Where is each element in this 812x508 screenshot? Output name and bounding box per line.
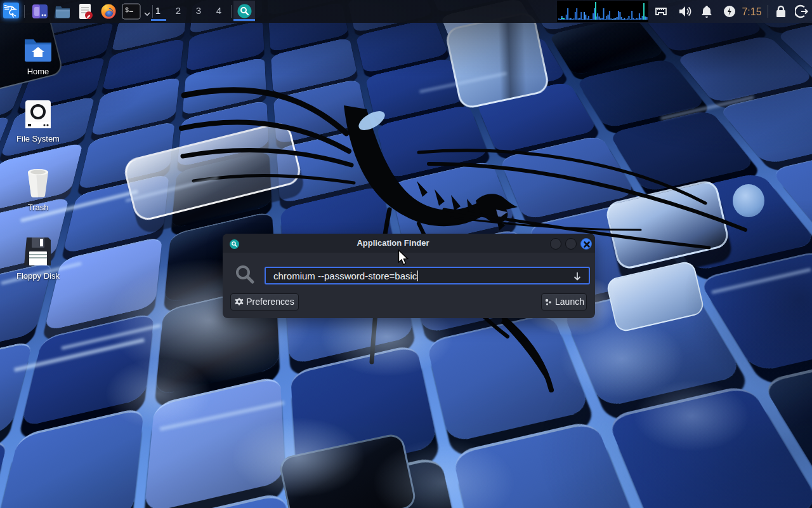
svg-text:$: $ [125, 7, 129, 14]
